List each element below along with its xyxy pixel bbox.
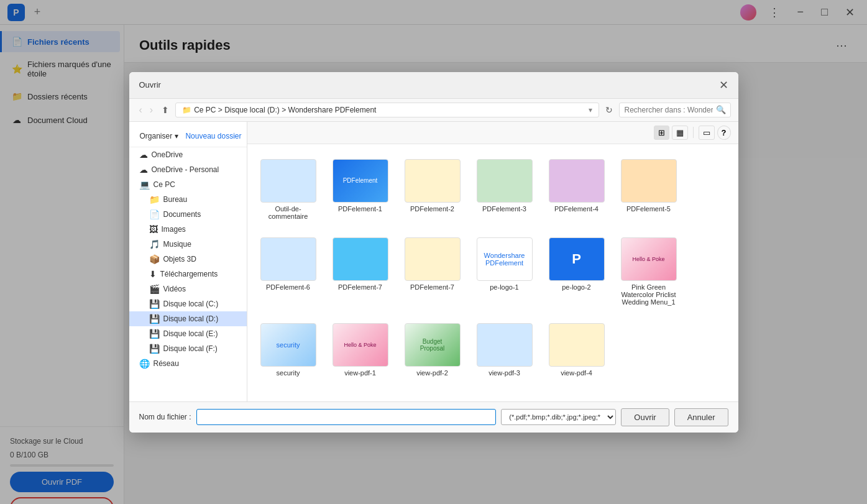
tree-item[interactable]: 💾Disque local (C:) — [129, 296, 247, 311]
list-item[interactable]: Hello & PokePink Green Watercolor Pricli… — [618, 232, 680, 308]
tree-item-icon: 💾 — [149, 329, 160, 339]
list-view-button[interactable]: ▦ — [672, 126, 688, 140]
tree-item-label: Téléchargements — [160, 270, 218, 278]
tree-item[interactable]: 🖼Images — [129, 222, 247, 237]
file-name: PDFelement-6 — [266, 283, 310, 291]
file-name: PDFelement-7 — [338, 283, 382, 291]
tree-item[interactable]: ⬇Téléchargements — [129, 267, 247, 282]
file-thumbnail: WondersharePDFelement — [477, 237, 533, 281]
filename-input[interactable] — [196, 409, 497, 425]
file-thumbnail: BudgetProposal — [405, 323, 461, 367]
list-item[interactable]: PDFelement-2 — [401, 154, 464, 222]
file-name: PDFelement-7 — [410, 283, 454, 291]
tree-item[interactable]: 📦Objets 3D — [129, 252, 247, 267]
file-thumbnail: security — [260, 323, 316, 367]
help-button[interactable]: ? — [717, 126, 731, 140]
file-name: view-pdf-4 — [561, 369, 592, 377]
tree-item[interactable]: 🎵Musique — [129, 237, 247, 252]
file-grid: Outil-de-commentairePDFelementPDFelement… — [252, 149, 733, 384]
organise-button[interactable]: Organiser ▾ — [134, 129, 185, 143]
file-name: view-pdf-1 — [344, 369, 376, 377]
file-name: view-pdf-2 — [416, 369, 448, 377]
tree-item[interactable]: 💾Disque local (F:) — [129, 341, 247, 356]
list-item[interactable]: Ppe-logo-2 — [546, 232, 608, 308]
file-thumbnail: Hello & Poke — [333, 323, 388, 367]
cancel-button[interactable]: Annuler — [674, 408, 728, 426]
tree-item-label: Disque local (D:) — [163, 314, 219, 323]
tree-item-icon: 📄 — [149, 209, 160, 219]
tree-item-icon: 💾 — [149, 344, 160, 354]
file-thumbnail — [405, 159, 461, 203]
path-dropdown-icon[interactable]: ▾ — [589, 106, 592, 114]
file-name: PDFelement-1 — [338, 205, 382, 213]
tree-item-icon: 🎵 — [149, 239, 160, 249]
tree-item[interactable]: 💻Ce PC — [129, 177, 247, 192]
tree-item-label: Documents — [163, 210, 201, 219]
file-thumbnail — [549, 323, 605, 367]
list-item[interactable]: BudgetProposalview-pdf-2 — [401, 318, 464, 379]
dialog-title: Ouvrir — [139, 80, 161, 89]
tree-item-label: Images — [162, 225, 186, 234]
list-item[interactable]: PDFelement-7 — [401, 232, 464, 308]
file-name: PDFelement-4 — [554, 205, 599, 213]
tree-item-label: Disque local (C:) — [163, 300, 219, 308]
list-item[interactable]: Hello & Pokeview-pdf-1 — [329, 318, 392, 379]
new-folder-button[interactable]: Nouveau dossier — [185, 132, 241, 140]
file-name: view-pdf-3 — [489, 369, 520, 377]
list-item[interactable]: securitysecurity — [257, 318, 319, 379]
open-button[interactable]: Ouvrir — [621, 408, 669, 426]
list-item[interactable]: PDFelement-4 — [546, 154, 608, 222]
tree-item-label: Musique — [163, 240, 191, 249]
file-name: pe-logo-2 — [562, 283, 590, 291]
tree-item-icon: 📁 — [149, 195, 160, 204]
tree-item-label: Réseau — [154, 359, 179, 368]
nav-forward-button[interactable]: › — [147, 103, 155, 117]
file-toolbar: ⊞ ▦ ▭ ? — [247, 122, 738, 144]
dialog-footer: Nom du fichier : (*.pdf;*.bmp;*.dib;*.jp… — [129, 401, 738, 433]
logo-text: P — [572, 251, 581, 267]
list-item[interactable]: PDFelement-7 — [329, 232, 392, 308]
open-file-dialog: Ouvrir ✕ ‹ › ⬆ 📁 Ce PC > Disque local (D… — [129, 72, 738, 433]
dialog-close-button[interactable]: ✕ — [719, 78, 728, 92]
nav-up-button[interactable]: ⬆ — [158, 104, 173, 116]
tree-item[interactable]: 💾Disque local (E:) — [129, 326, 247, 341]
file-thumbnail — [477, 159, 533, 203]
file-name: PDFelement-5 — [626, 205, 671, 213]
tree-item[interactable]: 📁Bureau — [129, 192, 247, 207]
tree-item-icon: 📦 — [149, 254, 160, 264]
file-tree-sidebar: Organiser ▾ Nouveau dossier ☁OneDrive☁On… — [129, 122, 247, 401]
nav-path: 📁 Ce PC > Disque local (D:) > Wondershar… — [175, 103, 599, 117]
tree-item[interactable]: 🌐Réseau — [129, 356, 247, 371]
tree-item-label: OneDrive — [152, 150, 183, 159]
tree-item-icon: ☁ — [139, 150, 148, 160]
tree-item[interactable]: ☁OneDrive — [129, 147, 247, 162]
tree-item[interactable]: 📄Documents — [129, 207, 247, 222]
path-text: Ce PC > Disque local (D:) > Wondershare … — [194, 106, 376, 114]
tree-item[interactable]: 🎬Vidéos — [129, 282, 247, 296]
file-thumbnail — [260, 237, 316, 281]
list-item[interactable]: PDFelementPDFelement-1 — [329, 154, 392, 222]
list-item[interactable]: view-pdf-3 — [474, 318, 536, 379]
grid-view-button[interactable]: ⊞ — [654, 126, 669, 140]
tree-list: ☁OneDrive☁OneDrive - Personal💻Ce PC📁Bure… — [129, 147, 247, 371]
tree-item[interactable]: 💾Disque local (D:) — [129, 311, 247, 326]
nav-back-button[interactable]: ‹ — [137, 103, 145, 117]
tree-item-icon: 🌐 — [139, 359, 150, 369]
path-folder-icon: 📁 — [182, 106, 191, 114]
list-item[interactable]: PDFelement-6 — [257, 232, 319, 308]
file-thumbnail: PDFelement — [333, 159, 388, 203]
list-item[interactable]: WondersharePDFelementpe-logo-1 — [474, 232, 536, 308]
detail-view-button[interactable]: ▭ — [699, 126, 715, 140]
refresh-button[interactable]: ↻ — [602, 104, 617, 116]
list-item[interactable]: PDFelement-5 — [618, 154, 680, 222]
tree-item-label: Disque local (E:) — [163, 329, 218, 338]
list-item[interactable]: view-pdf-4 — [546, 318, 608, 379]
list-item[interactable]: Outil-de-commentaire — [257, 154, 319, 222]
tree-item-label: Ce PC — [154, 180, 175, 189]
tree-item-label: Vidéos — [163, 285, 186, 293]
search-input[interactable] — [619, 103, 731, 117]
tree-item[interactable]: ☁OneDrive - Personal — [129, 162, 247, 177]
list-item[interactable]: PDFelement-3 — [474, 154, 536, 222]
file-name: PDFelement-2 — [410, 205, 454, 213]
filetype-select[interactable]: (*.pdf;*.bmp;*.dib;*.jpg;*.jpeg;* — [501, 409, 616, 425]
